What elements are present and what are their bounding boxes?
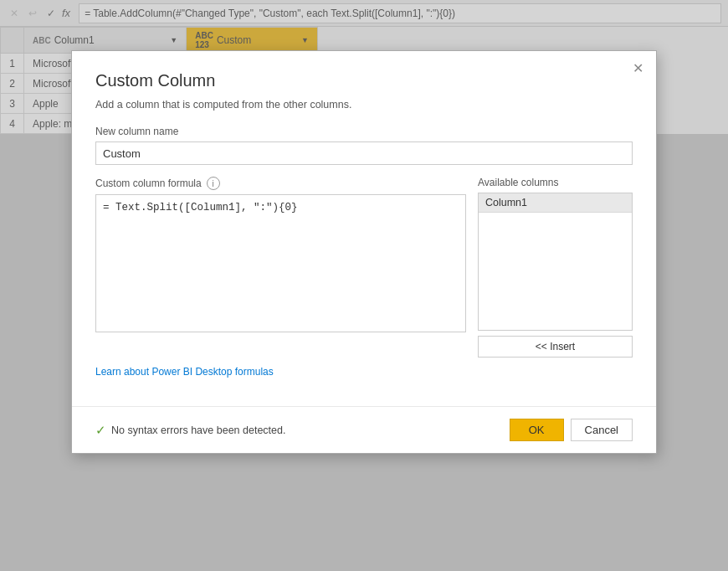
info-icon[interactable]: i (207, 177, 220, 190)
available-columns-label: Available columns (478, 177, 633, 188)
status-row: ✓ No syntax errors have been detected. (95, 423, 285, 438)
available-column-item[interactable]: Column1 (479, 193, 632, 213)
formula-section: Custom column formula i Available column… (95, 177, 633, 358)
modal-overlay: ✕ Custom Column Add a column that is com… (0, 0, 728, 571)
new-column-name-label: New column name (95, 126, 633, 137)
dialog-title: Custom Column (95, 71, 633, 90)
dialog-body: Custom Column Add a column that is compu… (72, 51, 656, 406)
formula-textarea[interactable] (95, 194, 466, 332)
footer-buttons: OK Cancel (510, 419, 633, 441)
dialog-close-button[interactable]: ✕ (629, 59, 646, 76)
status-check-icon: ✓ (95, 423, 106, 438)
status-text: No syntax errors have been detected. (111, 424, 285, 436)
insert-button[interactable]: << Insert (478, 336, 633, 358)
dialog-footer: ✓ No syntax errors have been detected. O… (72, 406, 656, 453)
ok-button[interactable]: OK (510, 419, 564, 441)
available-columns-list: Column1 (478, 193, 633, 331)
new-column-name-input[interactable] (95, 141, 633, 165)
formula-right: Available columns Column1 << Insert (478, 177, 633, 358)
dialog-subtitle: Add a column that is computed from the o… (95, 99, 633, 111)
formula-label: Custom column formula (95, 177, 202, 189)
cancel-button[interactable]: Cancel (571, 419, 633, 441)
learn-link[interactable]: Learn about Power BI Desktop formulas (95, 366, 633, 378)
custom-column-dialog: ✕ Custom Column Add a column that is com… (71, 50, 657, 454)
formula-left: Custom column formula i (95, 177, 466, 358)
